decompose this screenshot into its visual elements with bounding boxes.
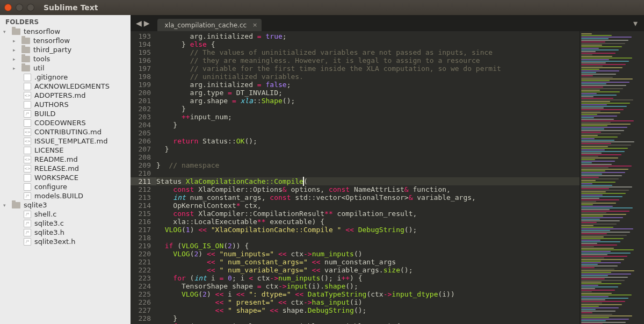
code-line[interactable]: xla::LocalExecutable** executable) {	[156, 218, 580, 226]
file-icon	[24, 147, 31, 154]
minimap-line	[581, 156, 598, 157]
tree-file[interactable]: CODEOWNERS	[0, 119, 131, 127]
minimap-line	[581, 214, 626, 215]
tree-file[interactable]: <>ISSUE_TEMPLATE.md	[0, 137, 131, 145]
code-line[interactable]: return Status::OK();	[156, 137, 580, 145]
minimap[interactable]	[580, 31, 644, 324]
code-line[interactable]: if (VLOG_IS_ON(2)) {	[156, 242, 580, 250]
tab-strip[interactable]: ◀ ▶ xla_compilation_cache.cc × ▾	[131, 15, 644, 31]
window-close-button[interactable]	[4, 4, 12, 11]
minimap-line	[581, 61, 629, 62]
minimap-line	[581, 278, 605, 279]
tree-file[interactable]: .gitignore	[0, 73, 131, 81]
minimap-line	[581, 240, 600, 241]
code-line[interactable]: // uninitialized variables.	[156, 73, 580, 81]
disclosure-icon[interactable]: ▸	[13, 38, 18, 44]
disclosure-icon[interactable]: ▸	[13, 56, 18, 62]
code-line[interactable]: const XlaCompiler::CompilationResult** c…	[156, 210, 580, 218]
tree-file[interactable]: <>RELEASE.md	[0, 164, 131, 172]
line-number: 215	[131, 210, 156, 218]
sidebar[interactable]: FOLDERS ▾tensorflow▸tensorflow▸third_par…	[0, 15, 131, 324]
disclosure-icon[interactable]: ▾	[3, 203, 9, 208]
code-text[interactable]: arg.initialized = true; } else { // The …	[156, 31, 580, 324]
tree-file[interactable]: AUTHORS	[0, 100, 131, 109]
code-line[interactable]: const XlaCompiler::Options& options, con…	[156, 185, 580, 193]
code-line[interactable]: // The values of uninitialized variables…	[156, 48, 580, 56]
file-name: CODEOWNERS	[34, 119, 86, 127]
code-line[interactable]: TensorShape shape = ctx->input(i).shape(…	[156, 282, 580, 290]
tree-file[interactable]: <>CONTRIBUTING.md	[0, 128, 131, 136]
file-icon: <>	[24, 128, 31, 136]
tree-file[interactable]: ACKNOWLEDGMENTS	[0, 82, 131, 90]
tree-folder-root[interactable]: ▾sqlite3	[0, 201, 131, 209]
minimap-line	[581, 124, 631, 125]
code-line[interactable]: << " num_variable_args=" << variable_arg…	[156, 266, 580, 274]
minimap-line	[581, 141, 634, 142]
code-line[interactable]: } // namespace	[156, 161, 580, 169]
line-number: 205	[131, 129, 156, 137]
code-line[interactable]: // they are meaningless. However, it is …	[156, 56, 580, 64]
tree-file[interactable]: /*shell.c	[0, 210, 131, 218]
tree-file[interactable]: /*models.BUILD	[0, 192, 131, 200]
tree-folder[interactable]: ▸util	[0, 64, 131, 72]
tree-file[interactable]: configure	[0, 183, 131, 191]
code-line[interactable]	[156, 234, 580, 242]
tree-file[interactable]: WORKSPACE	[0, 174, 131, 182]
tree-file[interactable]: /*sqlite3ext.h	[0, 237, 131, 246]
window-minimize-button[interactable]	[16, 4, 23, 11]
tree-file[interactable]: <>README.md	[0, 155, 131, 163]
folder-tree[interactable]: ▾tensorflow▸tensorflow▸third_party▸tools…	[0, 27, 131, 246]
code-line[interactable]: VLOG(2) << i << ": dtype=" << DataTypeSt…	[156, 290, 580, 298]
tree-file[interactable]: /*BUILD	[0, 110, 131, 118]
code-line[interactable]: VLOG(1) << "XlaCompilationCache::Compile…	[156, 226, 580, 234]
main-split: FOLDERS ▾tensorflow▸tensorflow▸third_par…	[0, 15, 644, 324]
code-line[interactable]: for (int i = 0; i < ctx->num_inputs(); i…	[156, 274, 580, 282]
code-line[interactable]: OpKernelContext* ctx,	[156, 201, 580, 210]
tree-folder[interactable]: ▸third_party	[0, 46, 131, 54]
code-line[interactable]	[156, 169, 580, 177]
tree-file[interactable]: <>ADOPTERS.md	[0, 91, 131, 99]
code-line[interactable]: }	[156, 314, 580, 322]
disclosure-icon[interactable]: ▸	[13, 47, 18, 53]
file-icon: /*	[24, 229, 31, 236]
folder-name: util	[33, 64, 45, 72]
code-area[interactable]: 1931941951961971981992002012022032042052…	[131, 31, 644, 324]
code-line[interactable]: arg.shape = xla::Shape();	[156, 97, 580, 105]
tree-folder[interactable]: ▸tensorflow	[0, 37, 131, 45]
code-line[interactable]: }	[156, 145, 580, 153]
window-maximize-button[interactable]	[27, 4, 34, 11]
code-line[interactable]: << " num_constant_args=" << num_constant…	[156, 258, 580, 266]
code-line[interactable]: }	[156, 105, 580, 113]
code-line[interactable]: arg.type = DT_INVALID;	[156, 89, 580, 97]
line-number: 210	[131, 169, 156, 177]
code-line[interactable]: // variable for the first time inside th…	[156, 64, 580, 73]
disclosure-icon[interactable]: ▸	[13, 66, 18, 71]
code-line[interactable]: VLOG(2) << "num_inputs=" << ctx->num_inp…	[156, 250, 580, 258]
code-line[interactable]: << " shape=" << shape.DebugString();	[156, 306, 580, 314]
tab-menu-icon[interactable]: ▾	[627, 18, 644, 28]
minimap-line	[581, 249, 634, 250]
minimap-line	[581, 215, 603, 217]
tree-file[interactable]: /*sqlite3.h	[0, 228, 131, 236]
disclosure-icon[interactable]: ▾	[3, 29, 9, 34]
code-line[interactable]: << " present=" << ctx->has_input(i)	[156, 298, 580, 306]
code-line[interactable]: arg.initialized = false;	[156, 81, 580, 89]
code-line[interactable]: Status XlaCompilationCache::Compile(	[156, 177, 580, 185]
code-line[interactable]	[156, 153, 580, 161]
code-line[interactable]: int num_constant_args, const std::vector…	[156, 193, 580, 201]
tree-folder[interactable]: ▸tools	[0, 55, 131, 63]
minimap-line	[581, 211, 629, 212]
tree-file[interactable]: /*sqlite3.c	[0, 219, 131, 227]
code-line[interactable]: }	[156, 121, 580, 129]
tab-close-icon[interactable]: ×	[252, 21, 257, 28]
tree-file[interactable]: LICENSE	[0, 146, 131, 154]
code-line[interactable]: arg.initialized = true;	[156, 32, 580, 40]
code-line[interactable]: } else {	[156, 40, 580, 48]
minimap-line	[581, 148, 628, 149]
nav-forward-icon[interactable]: ▶	[144, 19, 150, 27]
tree-folder-root[interactable]: ▾tensorflow	[0, 27, 131, 35]
code-line[interactable]: ++input_num;	[156, 113, 580, 121]
nav-back-icon[interactable]: ◀	[136, 19, 142, 27]
code-line[interactable]	[156, 129, 580, 137]
tab-active[interactable]: xla_compilation_cache.cc ×	[157, 19, 262, 32]
